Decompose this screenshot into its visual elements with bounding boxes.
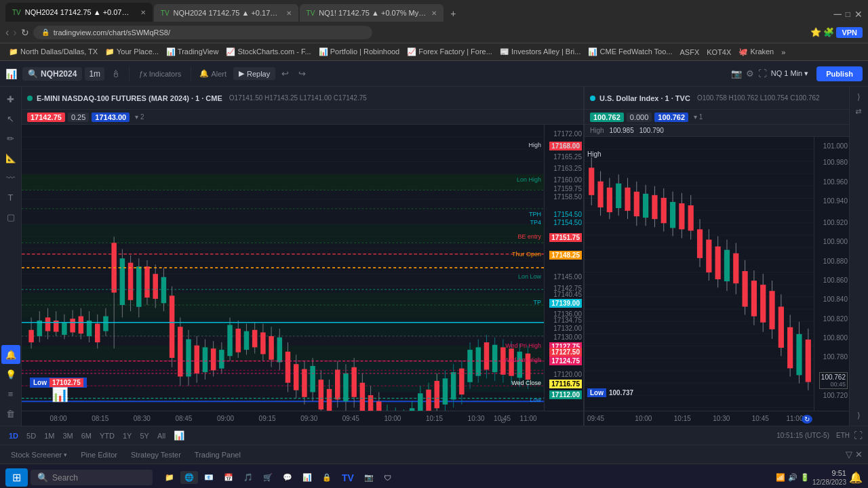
- shield-taskbar-btn[interactable]: 🛡: [380, 472, 395, 484]
- timeframe-1d[interactable]: 1D: [5, 430, 22, 441]
- svg-rect-152: [589, 167, 594, 195]
- bookmark-north-dallas[interactable]: 📁 North Dallas/Dallas, TX: [5, 46, 101, 58]
- text-tool[interactable]: T: [1, 188, 20, 207]
- bookmark-investors[interactable]: 📰 Investors Alley | Bri...: [496, 46, 585, 58]
- collapse-footer-btn[interactable]: ▽: [846, 449, 852, 460]
- svg-rect-100: [360, 383, 366, 411]
- timeframe-3m[interactable]: 3M: [59, 430, 76, 441]
- bookmark-cme[interactable]: 📊 CME FedWatch Too...: [585, 46, 675, 58]
- right-chart-body[interactable]: 101.000 100.980 100.960 100.940 100.920 …: [585, 137, 849, 411]
- undo-button[interactable]: ↩: [278, 66, 292, 81]
- chat-taskbar-btn[interactable]: 💬: [279, 471, 296, 484]
- browser-tab-2[interactable]: TV NQH2024 17142.75 ▲ +0.17% Trader... ✕: [154, 4, 298, 22]
- redo-button[interactable]: ↪: [295, 66, 309, 81]
- svg-rect-84: [294, 364, 299, 390]
- fullscreen-icon[interactable]: ⛶: [758, 68, 767, 79]
- lock-taskbar-btn[interactable]: 🔒: [318, 471, 336, 484]
- pen-tool[interactable]: ✏: [1, 129, 20, 148]
- bookmark-more[interactable]: »: [778, 47, 789, 58]
- network-icon[interactable]: 📶: [776, 473, 785, 482]
- symbol-search-box[interactable]: 🔍 NQH2024: [22, 67, 82, 81]
- chart-taskbar-btn[interactable]: 📊: [298, 471, 316, 484]
- maximize-button[interactable]: □: [846, 9, 850, 19]
- close-button[interactable]: ✕: [854, 9, 863, 20]
- tab1-close[interactable]: ✕: [140, 9, 146, 16]
- browser-tab-1[interactable]: TV NQH2024 17142.75 ▲ +0.07% M... ✕: [5, 3, 153, 22]
- music-taskbar-btn[interactable]: 🎵: [239, 471, 257, 484]
- watchlist-btn[interactable]: ≡: [1, 384, 20, 403]
- publish-button[interactable]: Publish: [816, 66, 863, 81]
- bookmark-stockcharts[interactable]: 📈 StockCharts.com - F...: [222, 46, 314, 58]
- browser-tab-3[interactable]: TV NQ1! 17142.75 ▲ +0.07% My Basic C... …: [300, 4, 444, 22]
- mail-taskbar-btn[interactable]: 📧: [200, 471, 218, 484]
- svg-rect-126: [467, 350, 473, 382]
- stock-screener-tab[interactable]: Stock Screener ▾: [5, 449, 73, 460]
- tab2-close[interactable]: ✕: [286, 9, 292, 17]
- reload-button[interactable]: ↻: [21, 27, 29, 38]
- chart-layout[interactable]: NQ 1 Min ▾: [771, 69, 809, 78]
- left-chart-body[interactable]: 17172.00 17168.00 17165.25 17163.25 1716…: [22, 125, 583, 411]
- forward-button[interactable]: ›: [13, 26, 16, 39]
- replay-button[interactable]: ▶ Replay: [233, 67, 275, 80]
- tv-taskbar-btn[interactable]: TV: [338, 470, 358, 485]
- svg-rect-118: [434, 381, 439, 408]
- ideas-btn[interactable]: 💡: [1, 365, 20, 384]
- expand-chart-btn[interactable]: ⛶: [854, 430, 863, 441]
- bookmark-robinhood[interactable]: 📊 Portfolio | Robinhood: [315, 46, 403, 58]
- camera-icon[interactable]: 📷: [731, 68, 742, 79]
- store-taskbar-btn[interactable]: 🛒: [259, 471, 277, 484]
- new-tab-button[interactable]: +: [445, 5, 461, 22]
- camera-taskbar-btn[interactable]: 📷: [360, 471, 378, 484]
- bookmark-kraken[interactable]: 🐙 Kraken: [735, 46, 777, 58]
- battery-icon[interactable]: 🔋: [800, 473, 810, 482]
- timeframe-all[interactable]: All: [154, 430, 169, 441]
- timeframe-button[interactable]: 1m: [85, 67, 104, 81]
- arrow-tool[interactable]: ↖: [1, 109, 20, 128]
- timeframe-ytd[interactable]: YTD: [96, 430, 118, 441]
- trading-panel-tab[interactable]: Trading Panel: [189, 449, 246, 460]
- strategy-tester-tab[interactable]: Strategy Tester: [125, 449, 186, 460]
- clock-area[interactable]: 9:51 12/28/2023: [812, 468, 846, 487]
- svg-rect-38: [103, 317, 108, 331]
- back-button[interactable]: ‹: [5, 26, 9, 39]
- timeframe-5d[interactable]: 5D: [23, 430, 39, 441]
- minimize-button[interactable]: ─: [833, 8, 841, 20]
- tab3-close[interactable]: ✕: [431, 9, 437, 17]
- bookmark-asfx[interactable]: ASFX: [677, 47, 703, 58]
- timeframe-1y[interactable]: 1Y: [119, 430, 135, 441]
- timeframe-5y[interactable]: 5Y: [136, 430, 152, 441]
- search-bar[interactable]: 🔍 Search: [31, 470, 153, 485]
- notifications-btn[interactable]: 🔔: [849, 471, 863, 484]
- bookmark-tradingview[interactable]: 📊 TradingView: [163, 46, 222, 58]
- custom-range-btn[interactable]: 📊: [170, 429, 188, 442]
- pine-editor-tab[interactable]: Pine Editor: [75, 449, 123, 460]
- indicators-button[interactable]: ƒx Indicators: [134, 68, 186, 80]
- address-bar[interactable]: 🔒 tradingview.com/chart/sSWMqRS8/: [33, 26, 372, 39]
- calendar-taskbar-btn[interactable]: 📅: [220, 471, 237, 484]
- shape-tool[interactable]: ▢: [1, 207, 20, 226]
- right-chart-hi-row: High 100.985 100.790: [585, 125, 849, 137]
- right-sidebar-tool2[interactable]: ⇅: [852, 106, 866, 117]
- expand-right-btn[interactable]: ⟩: [854, 89, 863, 104]
- bookmark-kot4x[interactable]: KOT4X: [703, 47, 734, 58]
- bookmark-your-place[interactable]: 📁 Your Place...: [102, 46, 162, 58]
- chart-type-button[interactable]: 🕯: [107, 66, 125, 81]
- settings-icon[interactable]: ⚙: [746, 68, 754, 79]
- file-explorer-btn[interactable]: 📁: [161, 471, 178, 484]
- vpn-badge[interactable]: VPN: [836, 27, 863, 38]
- close-footer-btn[interactable]: ✕: [855, 449, 863, 460]
- ruler-tool[interactable]: 📐: [1, 148, 20, 167]
- fib-tool[interactable]: 〰: [1, 168, 20, 187]
- timeframe-1m[interactable]: 1M: [41, 430, 58, 441]
- volume-icon[interactable]: 🔊: [788, 473, 797, 482]
- svg-rect-180: [715, 247, 721, 279]
- start-button[interactable]: ⊞: [5, 468, 28, 487]
- timeframe-6m[interactable]: 6M: [78, 430, 95, 441]
- expand-right-btn2[interactable]: ⟩: [854, 408, 863, 423]
- crosshair-tool[interactable]: ✚: [1, 89, 20, 108]
- alerts-sidebar-btn[interactable]: 🔔: [1, 345, 20, 364]
- alert-button[interactable]: 🔔 Alert: [195, 67, 231, 80]
- trash-btn[interactable]: 🗑: [1, 404, 20, 423]
- browser-taskbar-btn[interactable]: 🌐: [180, 471, 198, 484]
- bookmark-forex[interactable]: 📈 Forex Factory | Fore...: [403, 46, 496, 58]
